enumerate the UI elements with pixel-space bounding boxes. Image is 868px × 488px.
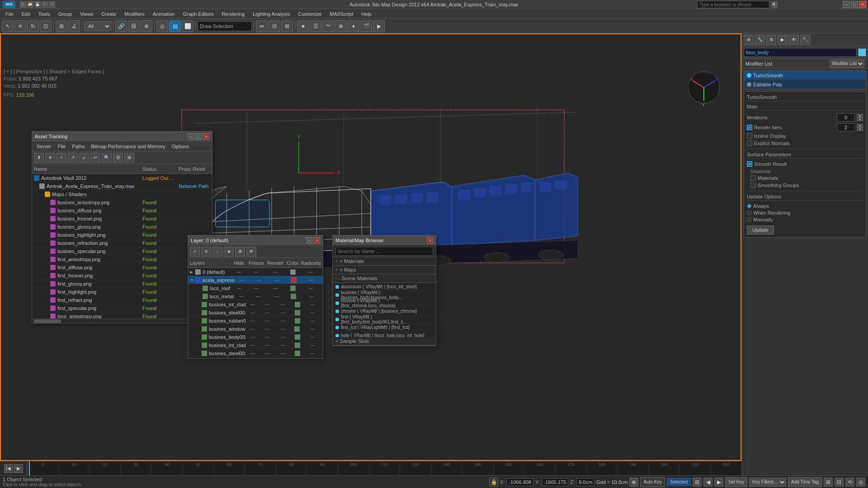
motion-btn[interactable]: ▶ xyxy=(778,35,788,45)
minimize-button[interactable]: ─ xyxy=(843,1,850,8)
at-item-file-9[interactable]: first_diffuse.png Found xyxy=(32,263,212,272)
layer-render-busines-steel2[interactable]: — xyxy=(275,351,291,356)
layer-radio-busines-int[interactable]: — xyxy=(304,302,321,307)
link-tool[interactable]: 🔗 xyxy=(115,20,127,32)
layer-color-busines-int2[interactable] xyxy=(291,343,304,348)
layer-radio-default[interactable]: — xyxy=(301,269,321,274)
smooth-result-checkbox[interactable] xyxy=(747,161,752,167)
snap-toggle[interactable]: ⊞ xyxy=(56,20,67,32)
at-btn-5[interactable]: ↙ xyxy=(79,153,89,163)
key-filters-dropdown[interactable]: Key Filters... xyxy=(749,478,786,487)
modify-panel-btn[interactable]: 🔧 xyxy=(755,35,765,45)
search-input[interactable] xyxy=(697,1,769,8)
move-tool[interactable]: ✛ xyxy=(14,20,26,32)
update-button[interactable]: Update xyxy=(747,225,774,235)
layer-radio-loco-roof[interactable]: — xyxy=(301,286,321,291)
at-btn-3[interactable]: + xyxy=(57,153,66,163)
layer-hide-default[interactable]: — xyxy=(231,269,247,274)
isoline-checkbox[interactable] xyxy=(747,133,752,139)
layer-hide-loco-metal[interactable]: — xyxy=(234,294,249,299)
layer-radio-busines-steel[interactable]: — xyxy=(304,310,321,315)
iterations-spinner[interactable]: ▲ ▼ xyxy=(857,114,863,121)
layer-radio-loco-metal[interactable]: — xyxy=(301,294,321,299)
viewport-nav-2[interactable]: ⊟ xyxy=(835,478,844,487)
status-nav-2[interactable]: ◀ xyxy=(703,478,712,487)
layer-color-acela[interactable] xyxy=(286,277,302,283)
layer-freeze-busines-int[interactable]: — xyxy=(259,302,275,307)
layer-item-busines-int2[interactable]: busines_int_clad — — — — xyxy=(188,341,323,349)
layer-color-busines-int[interactable] xyxy=(291,302,304,307)
layer-manager-titlebar[interactable]: Layer: 0 (default) ─ ✕ xyxy=(188,235,323,245)
menu-create[interactable]: Create xyxy=(98,10,120,18)
menu-group[interactable]: Group xyxy=(54,10,75,18)
layer-hide-busines-int[interactable]: — xyxy=(246,302,259,307)
menu-lighting[interactable]: Lighting Analysis xyxy=(249,10,293,18)
timeline[interactable]: 0 10 20 30 40 50 60 70 80 90 100 110 120… xyxy=(27,461,741,475)
render-iters-input[interactable] xyxy=(837,123,855,131)
layer-item-busines-int-clad[interactable]: busines_int_clad — — — — xyxy=(188,300,323,309)
menu-modifiers[interactable]: Modifiers xyxy=(121,10,148,18)
layer-freeze-busines-window[interactable]: — xyxy=(259,326,274,331)
redo-icon[interactable]: ↪ xyxy=(49,1,55,8)
goto-start-btn[interactable]: |◀ xyxy=(4,464,13,473)
lm-delete-layer[interactable]: ✕ xyxy=(201,247,211,257)
modifier-item-turbosmooth[interactable]: TurboSmooth xyxy=(744,71,866,80)
display-btn[interactable]: 👁 xyxy=(789,35,799,45)
select-filter[interactable]: ◎ xyxy=(156,20,168,32)
at-btn-7[interactable]: 🔍 xyxy=(102,153,112,163)
at-item-file-15[interactable]: loco_anisotropy.png Found xyxy=(32,312,212,319)
menu-views[interactable]: Views xyxy=(76,10,97,18)
layer-hide-loco-roof[interactable]: — xyxy=(231,286,247,291)
iterations-up[interactable]: ▲ xyxy=(857,114,863,117)
menu-maxscript[interactable]: MAXScript xyxy=(326,10,357,18)
layer-radio-busines-body[interactable]: — xyxy=(304,334,321,339)
close-button[interactable]: ✕ xyxy=(859,1,866,8)
viewport-nav-1[interactable]: ⊞ xyxy=(824,478,833,487)
at-item-file-4[interactable]: busines_glossy.png Found xyxy=(32,223,212,231)
at-item-file-13[interactable]: first_refract.png Found xyxy=(32,296,212,304)
at-btn-1[interactable]: ⬆ xyxy=(34,153,44,163)
asset-tracking-titlebar[interactable]: Asset Tracking ─ □ ✕ xyxy=(32,131,212,141)
layer-freeze-busines-steel2[interactable]: — xyxy=(259,351,275,356)
viewport-nav-3[interactable]: ⟲ xyxy=(845,478,854,487)
layer-color-busines-rubber[interactable] xyxy=(291,318,304,324)
align-tool[interactable]: ⊟ xyxy=(269,20,280,32)
iterations-down[interactable]: ▼ xyxy=(857,117,863,121)
layer-hide-busines-int2[interactable]: — xyxy=(246,343,259,347)
rotate-tool[interactable]: ↻ xyxy=(27,20,39,32)
lock-btn[interactable]: 🔒 xyxy=(489,478,498,487)
layer-item-busines-body[interactable]: busines_body00: — — — — xyxy=(188,333,323,341)
layer-hide-busines-window[interactable]: — xyxy=(245,326,259,331)
layer-render-default[interactable]: — xyxy=(266,269,285,274)
render-iters-down[interactable]: ▼ xyxy=(857,127,863,131)
menu-file[interactable]: File xyxy=(2,10,17,18)
lm-new-layer[interactable]: + xyxy=(190,247,200,257)
layer-item-default[interactable]: ▶ 0 (default) — — — — xyxy=(188,268,323,276)
at-menu-file[interactable]: File xyxy=(55,143,68,150)
layer-color-loco-roof[interactable] xyxy=(285,286,301,291)
region-select[interactable]: ⬜ xyxy=(182,20,193,32)
undo-icon[interactable]: ↩ xyxy=(42,1,48,8)
layer-list[interactable]: ▶ 0 (default) — — — — ▼ acela_express — … xyxy=(188,268,323,358)
layer-radio-busines-window[interactable]: — xyxy=(304,326,321,331)
mb-material-5[interactable]: first ( VRayMtl ) [first_body,first_body… xyxy=(333,315,436,324)
explicit-normals-checkbox[interactable] xyxy=(747,141,752,146)
layer-radio-busines-rubber[interactable]: — xyxy=(304,318,321,323)
layer-freeze-loco-metal[interactable]: — xyxy=(249,294,268,299)
at-close-btn[interactable]: ✕ xyxy=(203,133,209,140)
layers[interactable]: ☰ xyxy=(310,20,321,32)
at-scrollbar[interactable] xyxy=(32,319,212,323)
mb-material-7[interactable]: hole ( VRayMtl ) [loco_hole,loco_int_hol… xyxy=(333,332,436,337)
viewport-nav-4[interactable]: ◎ xyxy=(856,478,865,487)
layer-radio-busines-steel2[interactable]: — xyxy=(304,351,321,356)
mb-material-6[interactable]: first_lcd ( VRayLightMtl ) [first_lcd] xyxy=(333,324,436,332)
layer-item-loco-roof[interactable]: loco_roof — — — — xyxy=(188,284,323,292)
at-btn-4[interactable]: ↗ xyxy=(68,153,78,163)
layer-render-busines-int2[interactable]: — xyxy=(275,343,291,347)
add-time-tag-button[interactable]: Add Time Tag xyxy=(788,477,822,487)
layer-freeze-busines-rubber[interactable]: — xyxy=(259,318,275,323)
layer-render-busines-body[interactable]: — xyxy=(275,334,291,339)
maximize-button[interactable]: □ xyxy=(851,1,858,8)
status-nav-3[interactable]: ▶ xyxy=(714,478,723,487)
mb-close-btn[interactable]: ✕ xyxy=(427,237,433,244)
